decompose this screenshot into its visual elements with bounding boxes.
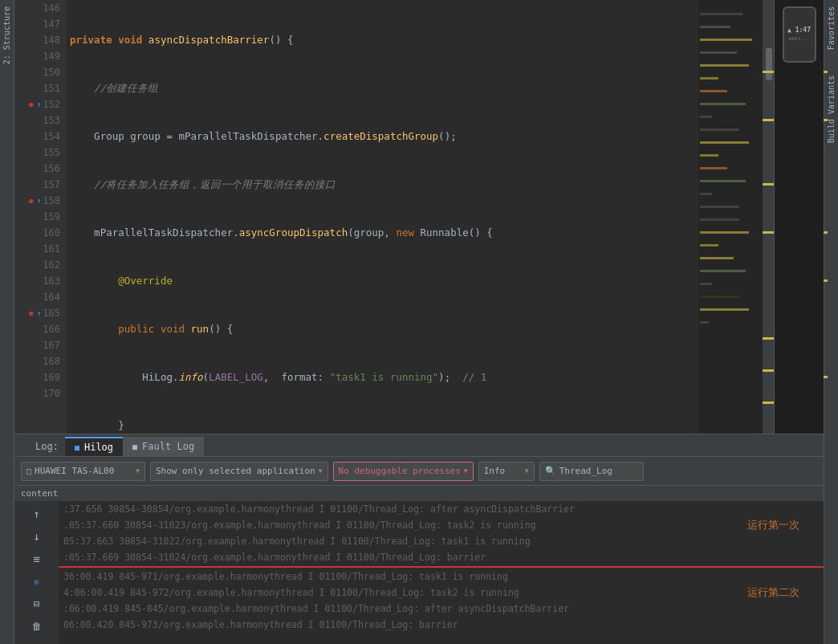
log-line-6: 4:06:00.419 845-972/org.example.harmonyt… [59,585,824,601]
tab-hilog[interactable]: ■ Hilog [65,437,123,456]
content-label: content [21,488,58,499]
log-line-5: 36:00.419 845-971/org.example.harmonythr… [59,569,824,585]
process-dropdown-arrow: ▼ [464,467,468,475]
right-scrollbar[interactable] [763,0,774,434]
structure-icon[interactable]: 2: Structure [2,6,11,64]
log-line-8: 06:00.420 845-973/org.example.harmonythr… [59,617,824,633]
right-sidebar: Favorites Build Variants [824,0,838,644]
clear-btn[interactable]: ⊟ [29,596,45,612]
log-tabs-bar: Log: ■ Hilog ■ Fault Log [14,434,824,456]
app-filter-selector[interactable]: Show only selected application ▼ [150,462,328,481]
code-line-147: //创建任务组 [70,80,698,96]
fault-log-icon: ■ [132,442,137,451]
code-line-152: public void run() { [70,321,698,337]
scroll-up-btn[interactable]: ↑ [29,506,45,522]
search-box[interactable]: 🔍 Thread_Log [539,462,644,481]
code-line-154: } [70,418,698,434]
search-icon: 🔍 [545,466,556,476]
log-line-1: :37.656 30854-30854/org.example.harmonyt… [59,501,824,517]
code-line-149: //将任务加入任务组，返回一个用于取消任务的接口 [70,177,698,193]
checkbox-icon: □ [26,467,31,475]
code-panel: private void asyncDispatchBarrier() { //… [67,0,698,434]
build-variants-label[interactable]: Build Variants [827,75,836,143]
filter-label: Show only selected application [156,466,315,476]
device-preview: ▲ 1:47 entr... [774,0,824,434]
level-dropdown-arrow: ▼ [525,467,529,475]
run-label-2: 运行第二次 [747,585,799,601]
code-line-153: HiLog.info(LABEL_LOG, format: "task1 is … [70,369,698,385]
line-gutter: 146147148149 150151 ● ↑ 152 153154155156… [14,0,67,434]
log-icon-bar: ↑ ↓ ≡ ⊙ ⊟ 🗑 [14,501,59,644]
log-label: Log: [29,437,65,456]
log-line-7: :06:00.419 845-845/org.example.harmonyth… [59,601,824,617]
pause-btn[interactable]: ⊙ [29,573,45,589]
log-line-3: 05:37.663 30854-31022/org.example.harmon… [59,533,824,549]
run-separator [59,566,824,568]
level-selector[interactable]: Info ▼ [478,462,535,481]
line-numbers: 146147148149 150151 ● ↑ 152 153154155156… [31,0,67,434]
device-dropdown-arrow: ▼ [136,467,140,475]
code-line-151: @Override [70,273,698,289]
run-label-1: 运行第一次 [747,517,799,533]
left-sidebar: 2: Structure [0,0,14,644]
filter-dropdown-arrow: ▼ [319,467,323,475]
code-line-146: private void asyncDispatchBarrier() { [70,32,698,48]
hilog-tab-icon: ■ [75,443,79,452]
device-name: HUAWEI TAS-AL00 [35,466,114,476]
log-line-2: .05:37.660 30854-31023/org.example.harmo… [59,517,824,533]
filter-btn[interactable]: 🗑 [29,618,45,634]
code-line-150: mParallelTaskDispatcher.asyncGroupDispat… [70,225,698,241]
wrap-btn[interactable]: ≡ [29,551,45,567]
editor-area: 146147148149 150151 ● ↑ 152 153154155156… [14,0,824,434]
minimap [698,0,763,434]
favorites-label[interactable]: Favorites [827,6,836,50]
log-line-4: :05:37.669 30854-31024/org.example.harmo… [59,549,824,565]
scroll-down-btn[interactable]: ↓ [29,528,45,544]
level-label: Info [484,466,506,476]
log-toolbar: □ HUAWEI TAS-AL00 ▼ Show only selected a… [14,456,824,485]
process-selector[interactable]: No debuggable processes ▼ [333,462,474,481]
log-content-header: content [14,485,824,501]
code-line-148: Group group = mParallelTaskDispatcher.cr… [70,128,698,145]
tab-fault-log[interactable]: ■ Fault Log [123,437,204,456]
search-text: Thread_Log [559,466,612,476]
log-lines-container: :37.656 30854-30854/org.example.harmonyt… [59,501,824,644]
hilog-tab-label: Hilog [84,442,113,453]
process-label: No debuggable processes [339,466,461,476]
device-selector[interactable]: □ HUAWEI TAS-AL00 ▼ [21,462,145,481]
log-area: ↑ ↓ ≡ ⊙ ⊟ 🗑 :37.656 30854-30854/org.exam… [14,501,824,644]
fault-log-label: Fault Log [142,441,194,452]
